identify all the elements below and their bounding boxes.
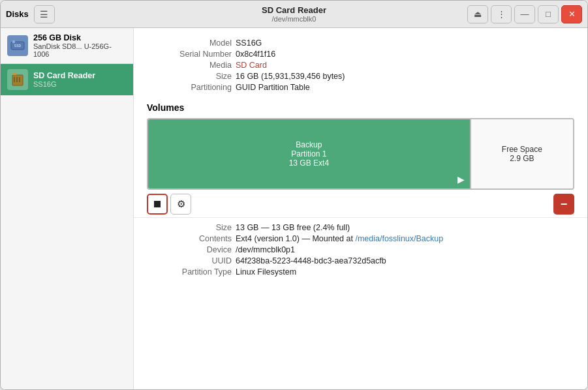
close-button[interactable]: ✕ <box>561 5 582 23</box>
partitioning-label: Partitioning <box>147 83 232 92</box>
volumes-bar: Backup Partition 1 13 GB Ext4 ▶ Free Spa… <box>147 118 574 190</box>
gear-icon: ⚙ <box>177 198 185 210</box>
actions-bar: ⚙ − <box>134 191 587 218</box>
app-title: Disks <box>6 9 29 19</box>
maximize-icon: □ <box>546 9 551 19</box>
svg-rect-6 <box>16 77 18 82</box>
svg-rect-5 <box>14 77 15 82</box>
size-value: 16 GB (15,931,539,456 bytes) <box>236 72 574 81</box>
stop-button[interactable] <box>147 194 168 215</box>
maximize-button[interactable]: □ <box>538 5 559 23</box>
minimize-icon: — <box>521 9 529 19</box>
titlebar-left: Disks ☰ <box>6 5 136 23</box>
remove-button[interactable]: − <box>553 194 574 215</box>
media-label: Media <box>147 61 232 70</box>
device-label: Device <box>147 245 232 254</box>
svg-marker-4 <box>12 72 16 75</box>
window-title: SD Card Reader <box>262 5 326 15</box>
titlebar: Disks ☰ SD Card Reader /dev/mmcblk0 ⏏ ⋮ … <box>1 1 587 28</box>
kebab-icon: ⋮ <box>497 9 506 19</box>
stop-icon <box>154 201 161 207</box>
serial-label: Serial Number <box>147 50 232 59</box>
sd-item-text: SD Card Reader SS16G <box>33 71 95 88</box>
svg-rect-7 <box>19 77 20 82</box>
eject-icon: ⏏ <box>474 9 482 19</box>
sidebar-toggle-button[interactable]: ☰ <box>34 5 55 23</box>
volume-partition[interactable]: Backup Partition 1 13 GB Ext4 ▶ <box>148 119 471 188</box>
window-subtitle: /dev/mmcblk0 <box>272 15 317 23</box>
disk-item-name: 256 GB Disk <box>33 33 127 42</box>
sidebar: SSD 256 GB Disk SanDisk SD8... U-256G-10… <box>1 28 134 389</box>
partition-details: Size 13 GB — 13 GB free (2.4% full) Cont… <box>134 218 587 282</box>
volumes-title: Volumes <box>147 102 574 113</box>
partitioning-value: GUID Partition Table <box>236 83 574 92</box>
partition-type-value: Linux Filesystem <box>236 267 574 277</box>
sd-card-icon <box>7 69 28 90</box>
titlebar-right: ⏏ ⋮ — □ ✕ <box>452 5 582 23</box>
partition-sub: Partition 1 <box>291 149 326 158</box>
svg-rect-1 <box>12 40 15 43</box>
close-icon: ✕ <box>568 9 576 19</box>
uuid-value: 64f238ba-5223-4448-bdc3-aea732d5acfb <box>236 256 574 265</box>
contents-text: Ext4 (version 1.0) — Mounted at <box>236 234 355 243</box>
size-label: Size <box>147 72 232 81</box>
partition-size-label: Size <box>147 223 232 232</box>
sd-item-name: SD Card Reader <box>33 71 95 80</box>
contents-value: Ext4 (version 1.0) — Mounted at /media/f… <box>236 234 574 243</box>
sd-item-sub: SS16G <box>33 80 95 88</box>
contents-label: Contents <box>147 234 232 243</box>
device-info: Model SS16G Serial Number 0x8c4f1f16 Med… <box>134 28 587 97</box>
media-value: SD Card <box>236 61 574 70</box>
disk-item-sub: SanDisk SD8... U-256G-1006 <box>33 42 127 58</box>
main-content: SSD 256 GB Disk SanDisk SD8... U-256G-10… <box>1 28 587 389</box>
eject-button[interactable]: ⏏ <box>467 5 488 23</box>
volumes-section: Volumes Backup Partition 1 13 GB Ext4 ▶ … <box>134 97 587 190</box>
disk-icon: SSD <box>7 35 28 56</box>
uuid-label: UUID <box>147 256 232 265</box>
titlebar-center: SD Card Reader /dev/mmcblk0 <box>136 5 452 23</box>
partition-type-label: Partition Type <box>147 267 232 277</box>
menu-button[interactable]: ⋮ <box>491 5 512 23</box>
model-label: Model <box>147 38 232 48</box>
sidebar-item-sd-card[interactable]: SD Card Reader SS16G <box>1 64 133 96</box>
settings-button[interactable]: ⚙ <box>170 194 191 215</box>
partition-name: Backup <box>296 140 322 149</box>
model-value: SS16G <box>236 38 574 48</box>
main-window: Disks ☰ SD Card Reader /dev/mmcblk0 ⏏ ⋮ … <box>0 0 588 390</box>
volume-freespace[interactable]: Free Space 2.9 GB <box>471 119 573 188</box>
minus-icon: − <box>561 198 568 211</box>
disk-item-text: 256 GB Disk SanDisk SD8... U-256G-1006 <box>33 33 127 58</box>
detail-panel: Model SS16G Serial Number 0x8c4f1f16 Med… <box>134 28 587 389</box>
play-icon: ▶ <box>457 174 465 185</box>
partition-size: 13 GB Ext4 <box>289 158 329 168</box>
sidebar-item-disk[interactable]: SSD 256 GB Disk SanDisk SD8... U-256G-10… <box>1 28 133 64</box>
minimize-button[interactable]: — <box>514 5 535 23</box>
freespace-label: Free Space <box>502 145 542 154</box>
svg-text:SSD: SSD <box>14 44 22 48</box>
contents-link[interactable]: /media/fosslinux/Backup <box>355 234 443 243</box>
serial-value: 0x8c4f1f16 <box>236 50 574 59</box>
device-value: /dev/mmcblk0p1 <box>236 245 574 254</box>
partition-size-value: 13 GB — 13 GB free (2.4% full) <box>236 223 574 232</box>
freespace-size: 2.9 GB <box>510 154 534 163</box>
menu-icon: ☰ <box>40 9 48 20</box>
